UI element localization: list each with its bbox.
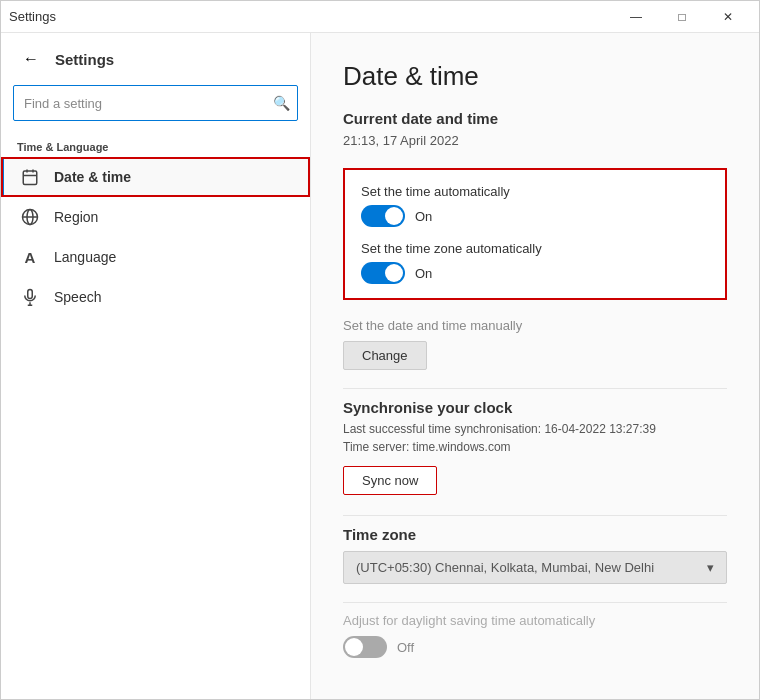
sidebar-app-title: Settings <box>55 51 114 68</box>
auto-timezone-control: On <box>361 262 709 284</box>
auto-time-label: Set the time automatically <box>361 184 709 199</box>
daylight-text: Off <box>397 640 414 655</box>
sync-section: Synchronise your clock Last successful t… <box>343 399 727 495</box>
auto-timezone-text: On <box>415 266 432 281</box>
minimize-button[interactable]: — <box>613 1 659 33</box>
maximize-button[interactable]: □ <box>659 1 705 33</box>
auto-timezone-label: Set the time zone automatically <box>361 241 709 256</box>
search-icon: 🔍 <box>273 95 290 111</box>
content-area: ← Settings 🔍 Time & Language Date & time <box>1 33 759 699</box>
timezone-section: Time zone (UTC+05:30) Chennai, Kolkata, … <box>343 526 727 584</box>
search-input[interactable] <box>13 85 298 121</box>
search-box: 🔍 <box>13 85 298 121</box>
date-time-icon <box>20 167 40 187</box>
timezone-heading: Time zone <box>343 526 727 543</box>
titlebar: Settings — □ ✕ <box>1 1 759 33</box>
region-icon <box>20 207 40 227</box>
sync-info-2: Time server: time.windows.com <box>343 440 727 454</box>
timezone-value: (UTC+05:30) Chennai, Kolkata, Mumbai, Ne… <box>356 560 654 575</box>
speech-icon <box>20 287 40 307</box>
titlebar-left: Settings <box>9 9 56 24</box>
sidebar-header: ← Settings <box>1 33 310 85</box>
svg-rect-7 <box>28 290 33 299</box>
sidebar-category: Time & Language <box>1 133 310 157</box>
timezone-dropdown[interactable]: (UTC+05:30) Chennai, Kolkata, Mumbai, Ne… <box>343 551 727 584</box>
settings-window: Settings — □ ✕ ← Settings 🔍 Time & Langu… <box>0 0 760 700</box>
sync-now-button[interactable]: Sync now <box>343 466 437 495</box>
auto-timezone-toggle[interactable] <box>361 262 405 284</box>
sidebar: ← Settings 🔍 Time & Language Date & time <box>1 33 311 699</box>
sidebar-item-speech[interactable]: Speech <box>1 277 310 317</box>
chevron-down-icon: ▾ <box>707 560 714 575</box>
svg-rect-0 <box>23 171 37 185</box>
titlebar-title: Settings <box>9 9 56 24</box>
sidebar-item-region[interactable]: Region <box>1 197 310 237</box>
sync-info-1: Last successful time synchronisation: 16… <box>343 422 727 436</box>
titlebar-controls: — □ ✕ <box>613 1 751 33</box>
current-datetime-heading: Current date and time <box>343 110 727 127</box>
daylight-section: Adjust for daylight saving time automati… <box>343 613 727 658</box>
sidebar-item-region-label: Region <box>54 209 98 225</box>
back-button[interactable]: ← <box>17 45 45 73</box>
daylight-toggle[interactable] <box>343 636 387 658</box>
sync-heading: Synchronise your clock <box>343 399 727 416</box>
manual-section: Set the date and time manually Change <box>343 318 727 370</box>
language-icon: A <box>20 247 40 267</box>
daylight-heading: Adjust for daylight saving time automati… <box>343 613 727 628</box>
daylight-control: Off <box>343 636 727 658</box>
change-button[interactable]: Change <box>343 341 427 370</box>
manual-heading: Set the date and time manually <box>343 318 727 333</box>
sidebar-item-date-time[interactable]: Date & time <box>1 157 310 197</box>
auto-time-toggle[interactable] <box>361 205 405 227</box>
sidebar-item-date-time-label: Date & time <box>54 169 131 185</box>
divider-2 <box>343 515 727 516</box>
auto-settings-section: Set the time automatically On Set the ti… <box>343 168 727 300</box>
close-button[interactable]: ✕ <box>705 1 751 33</box>
divider-1 <box>343 388 727 389</box>
auto-time-row: Set the time automatically On <box>361 184 709 227</box>
divider-3 <box>343 602 727 603</box>
main-content: Date & time Current date and time 21:13,… <box>311 33 759 699</box>
sidebar-item-language-label: Language <box>54 249 116 265</box>
current-datetime-value: 21:13, 17 April 2022 <box>343 133 727 148</box>
page-title: Date & time <box>343 61 727 92</box>
auto-time-control: On <box>361 205 709 227</box>
auto-time-text: On <box>415 209 432 224</box>
sidebar-item-speech-label: Speech <box>54 289 101 305</box>
sidebar-item-language[interactable]: A Language <box>1 237 310 277</box>
auto-timezone-row: Set the time zone automatically On <box>361 241 709 284</box>
